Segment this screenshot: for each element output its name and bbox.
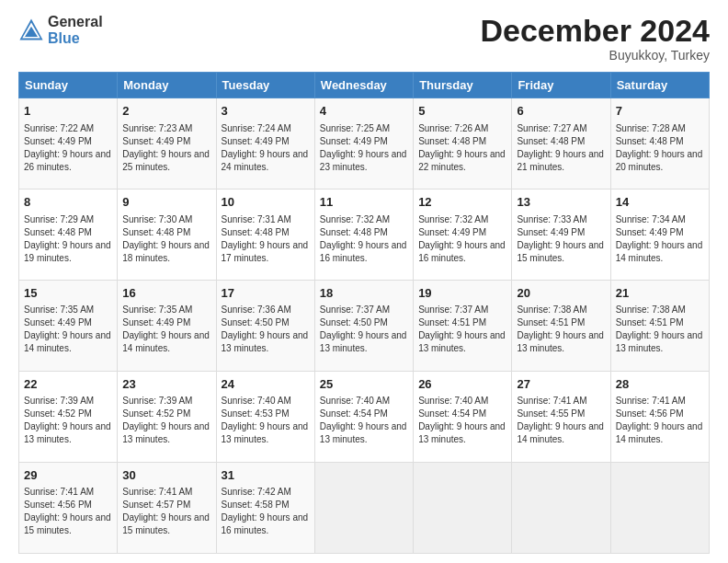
- calendar-cell: 3Sunrise: 7:24 AMSunset: 4:49 PMDaylight…: [216, 98, 314, 190]
- calendar-cell: 31Sunrise: 7:42 AMSunset: 4:58 PMDayligh…: [216, 463, 314, 554]
- day-info: Sunset: 4:49 PM: [517, 226, 605, 239]
- day-info: Sunset: 4:49 PM: [616, 226, 704, 239]
- calendar-header-row: SundayMondayTuesdayWednesdayThursdayFrid…: [19, 73, 710, 98]
- day-info: Sunrise: 7:32 AM: [320, 213, 408, 226]
- day-info: Sunset: 4:49 PM: [320, 135, 408, 148]
- calendar-cell: 17Sunrise: 7:36 AMSunset: 4:50 PMDayligh…: [216, 281, 314, 372]
- day-info: Daylight: 9 hours and 15 minutes.: [517, 239, 605, 265]
- logo-text: General Blue: [48, 14, 103, 46]
- day-number: 31: [222, 467, 310, 484]
- day-info: Sunrise: 7:41 AM: [24, 486, 112, 499]
- calendar-cell: 30Sunrise: 7:41 AMSunset: 4:57 PMDayligh…: [118, 463, 216, 554]
- day-number: 11: [320, 194, 408, 211]
- day-info: Sunrise: 7:31 AM: [222, 213, 310, 226]
- calendar-cell: 8Sunrise: 7:29 AMSunset: 4:48 PMDaylight…: [19, 190, 118, 281]
- day-number: 20: [517, 285, 605, 302]
- calendar-cell: 11Sunrise: 7:32 AMSunset: 4:48 PMDayligh…: [314, 190, 413, 281]
- calendar-cell: 25Sunrise: 7:40 AMSunset: 4:54 PMDayligh…: [314, 372, 413, 463]
- day-info: Sunset: 4:57 PM: [122, 499, 210, 511]
- day-number: 13: [517, 194, 605, 211]
- day-info: Sunset: 4:54 PM: [418, 408, 506, 420]
- month-title: December 2024: [480, 14, 710, 48]
- calendar-cell: 7Sunrise: 7:28 AMSunset: 4:48 PMDaylight…: [610, 98, 709, 190]
- day-info: Sunrise: 7:39 AM: [122, 395, 210, 408]
- day-info: Daylight: 9 hours and 13 minutes.: [320, 329, 408, 355]
- calendar-cell: 14Sunrise: 7:34 AMSunset: 4:49 PMDayligh…: [610, 190, 709, 281]
- day-info: Sunset: 4:51 PM: [616, 316, 704, 329]
- day-info: Sunrise: 7:28 AM: [616, 122, 704, 135]
- day-info: Daylight: 9 hours and 21 minutes.: [517, 148, 605, 174]
- calendar-cell: [414, 463, 512, 554]
- day-number: 19: [418, 285, 506, 302]
- day-header-saturday: Saturday: [610, 73, 709, 98]
- day-info: Sunrise: 7:41 AM: [517, 395, 605, 408]
- day-info: Daylight: 9 hours and 13 minutes.: [320, 420, 408, 446]
- day-header-tuesday: Tuesday: [216, 73, 314, 98]
- calendar-cell: 22Sunrise: 7:39 AMSunset: 4:52 PMDayligh…: [19, 372, 118, 463]
- day-number: 21: [616, 285, 704, 302]
- day-number: 7: [616, 103, 704, 120]
- day-number: 16: [122, 285, 210, 302]
- day-info: Daylight: 9 hours and 13 minutes.: [418, 329, 506, 355]
- day-info: Daylight: 9 hours and 14 minutes.: [616, 420, 704, 446]
- day-info: Daylight: 9 hours and 16 minutes.: [222, 511, 310, 537]
- day-info: Sunset: 4:49 PM: [122, 135, 210, 148]
- day-number: 25: [320, 376, 408, 393]
- day-info: Sunset: 4:48 PM: [517, 135, 605, 148]
- day-number: 14: [616, 194, 704, 211]
- day-number: 23: [122, 376, 210, 393]
- day-info: Sunrise: 7:40 AM: [418, 395, 506, 408]
- calendar-cell: 13Sunrise: 7:33 AMSunset: 4:49 PMDayligh…: [512, 190, 610, 281]
- day-info: Sunrise: 7:38 AM: [616, 304, 704, 316]
- day-info: Daylight: 9 hours and 20 minutes.: [616, 148, 704, 174]
- calendar-cell: 29Sunrise: 7:41 AMSunset: 4:56 PMDayligh…: [19, 463, 118, 554]
- day-info: Sunset: 4:48 PM: [122, 226, 210, 239]
- day-number: 4: [320, 103, 408, 120]
- day-number: 27: [517, 376, 605, 393]
- day-info: Sunrise: 7:37 AM: [418, 304, 506, 316]
- day-info: Sunrise: 7:25 AM: [320, 122, 408, 135]
- day-info: Sunrise: 7:29 AM: [24, 213, 112, 226]
- day-info: Daylight: 9 hours and 17 minutes.: [222, 239, 310, 265]
- calendar-cell: 4Sunrise: 7:25 AMSunset: 4:49 PMDaylight…: [314, 98, 413, 190]
- day-number: 26: [418, 376, 506, 393]
- day-info: Sunset: 4:58 PM: [222, 499, 310, 511]
- day-info: Daylight: 9 hours and 26 minutes.: [24, 148, 112, 174]
- day-info: Daylight: 9 hours and 13 minutes.: [122, 420, 210, 446]
- day-info: Sunset: 4:49 PM: [24, 135, 112, 148]
- day-info: Sunset: 4:49 PM: [24, 316, 112, 329]
- calendar-cell: [610, 463, 709, 554]
- day-info: Sunset: 4:48 PM: [418, 135, 506, 148]
- calendar-week-1: 8Sunrise: 7:29 AMSunset: 4:48 PMDaylight…: [19, 190, 710, 281]
- day-number: 3: [222, 103, 310, 120]
- logo-blue-text: Blue: [48, 30, 103, 47]
- logo-icon: [18, 17, 44, 43]
- day-info: Sunset: 4:49 PM: [122, 316, 210, 329]
- calendar-week-2: 15Sunrise: 7:35 AMSunset: 4:49 PMDayligh…: [19, 281, 710, 372]
- day-info: Sunset: 4:55 PM: [517, 408, 605, 420]
- day-info: Sunset: 4:48 PM: [24, 226, 112, 239]
- day-info: Sunrise: 7:35 AM: [24, 304, 112, 316]
- calendar-cell: 27Sunrise: 7:41 AMSunset: 4:55 PMDayligh…: [512, 372, 610, 463]
- day-info: Sunset: 4:53 PM: [222, 408, 310, 420]
- day-number: 22: [24, 376, 112, 393]
- day-number: 12: [418, 194, 506, 211]
- day-number: 2: [122, 103, 210, 120]
- calendar-table: SundayMondayTuesdayWednesdayThursdayFrid…: [18, 72, 710, 554]
- day-info: Sunrise: 7:22 AM: [24, 122, 112, 135]
- calendar-cell: 20Sunrise: 7:38 AMSunset: 4:51 PMDayligh…: [512, 281, 610, 372]
- day-info: Daylight: 9 hours and 13 minutes.: [222, 420, 310, 446]
- calendar-cell: 9Sunrise: 7:30 AMSunset: 4:48 PMDaylight…: [118, 190, 216, 281]
- day-info: Sunrise: 7:38 AM: [517, 304, 605, 316]
- day-number: 1: [24, 103, 112, 120]
- day-number: 6: [517, 103, 605, 120]
- day-info: Daylight: 9 hours and 14 minutes.: [517, 420, 605, 446]
- day-info: Sunrise: 7:35 AM: [122, 304, 210, 316]
- day-info: Sunset: 4:54 PM: [320, 408, 408, 420]
- day-info: Sunrise: 7:30 AM: [122, 213, 210, 226]
- day-info: Daylight: 9 hours and 15 minutes.: [24, 511, 112, 537]
- day-info: Daylight: 9 hours and 13 minutes.: [418, 420, 506, 446]
- day-info: Sunrise: 7:32 AM: [418, 213, 506, 226]
- day-info: Sunrise: 7:34 AM: [616, 213, 704, 226]
- calendar-week-0: 1Sunrise: 7:22 AMSunset: 4:49 PMDaylight…: [19, 98, 710, 190]
